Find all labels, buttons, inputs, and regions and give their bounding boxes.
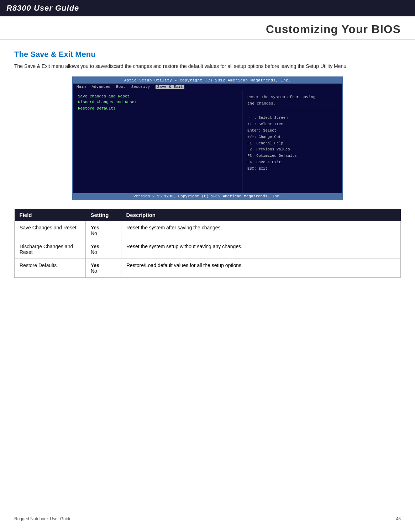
- page-footer: Rugged Notebook User Guide 48: [14, 516, 401, 521]
- bios-menu-advanced[interactable]: Advanced: [91, 85, 110, 89]
- key-enter: Enter: Select: [247, 128, 337, 134]
- footer-right: 48: [396, 516, 401, 521]
- table-cell-setting: YesNo: [86, 240, 121, 259]
- table-cell-field: Save Changes and Reset: [15, 221, 86, 240]
- key-select-item: ↑↓ : Select Item: [247, 121, 337, 128]
- bios-item-restore[interactable]: Restore Defaults: [78, 106, 237, 111]
- key-f3: F3: Optimized Defaults: [247, 153, 337, 159]
- table-cell-setting: YesNo: [86, 221, 121, 240]
- table-row: Discharge Changes and ResetYesNoReset th…: [15, 240, 401, 259]
- bios-keys: →← : Select Screen ↑↓ : Select Item Ente…: [247, 115, 337, 172]
- col-header-field: Field: [15, 209, 86, 221]
- table-cell-description: Reset the system after saving the change…: [121, 221, 401, 240]
- settings-table: Field Setting Description Save Changes a…: [14, 209, 401, 278]
- table-cell-field: Restore Defaults: [15, 259, 86, 278]
- header-title: R8300 User Guide: [6, 4, 79, 12]
- key-f2: F2: Previous Values: [247, 147, 337, 153]
- setting-yes: Yes: [91, 262, 116, 268]
- setting-yes: Yes: [91, 244, 116, 249]
- key-esc: ESC: Exit: [247, 166, 337, 172]
- setting-no: No: [91, 268, 116, 274]
- table-header-row: Field Setting Description: [15, 209, 401, 221]
- setting-no: No: [91, 249, 116, 255]
- col-header-setting: Setting: [86, 209, 121, 221]
- bios-item-save-reset[interactable]: Save Changes and Reset: [78, 94, 237, 99]
- bios-menu-security[interactable]: Security: [131, 85, 150, 89]
- bios-footer: Version 2.15.1236, Copyright (C) 2012 Am…: [73, 193, 342, 200]
- col-header-description: Description: [121, 209, 401, 221]
- header-bar: R8300 User Guide: [0, 0, 415, 16]
- bios-screen: Aptio Setup Utility - Copyright (C) 2012…: [72, 76, 343, 200]
- bios-item-discard-reset[interactable]: Discard Changes and Reset: [78, 100, 237, 104]
- bios-left-panel: Save Changes and Reset Discard Changes a…: [73, 90, 242, 193]
- table-cell-description: Restore/Load default values for all the …: [121, 259, 401, 278]
- setting-no: No: [91, 230, 116, 236]
- bios-menu-save-exit[interactable]: Save & Exit: [156, 85, 184, 89]
- setting-yes: Yes: [91, 225, 116, 230]
- bios-title-bar: Aptio Setup Utility - Copyright (C) 2012…: [73, 77, 342, 84]
- footer-left: Rugged Notebook User Guide: [14, 516, 72, 521]
- table-row: Save Changes and ResetYesNoReset the sys…: [15, 221, 401, 240]
- table-cell-description: Reset the system setup without saving an…: [121, 240, 401, 259]
- key-f1: F1: General Help: [247, 140, 337, 147]
- bios-body: Save Changes and Reset Discard Changes a…: [73, 90, 342, 193]
- page-title: Customizing Your BIOS: [14, 23, 401, 36]
- key-change: +/−: Change Opt.: [247, 134, 337, 140]
- key-f4: F4: Save & Exit: [247, 159, 337, 166]
- table-row: Restore DefaultsYesNoRestore/Load defaul…: [15, 259, 401, 278]
- section-description: The Save & Exit menu allows you to save/…: [14, 63, 401, 70]
- table-cell-setting: YesNo: [86, 259, 121, 278]
- section-title: The Save & Exit Menu: [14, 50, 401, 59]
- bios-menu-bar: Main Advanced Boot Security Save & Exit: [73, 84, 342, 90]
- bios-menu-main[interactable]: Main: [77, 85, 86, 89]
- page-title-area: Customizing Your BIOS: [0, 16, 415, 40]
- bios-right-panel: Reset the system after savingthe changes…: [242, 90, 342, 193]
- main-section: The Save & Exit Menu The Save & Exit men…: [0, 40, 415, 285]
- bios-item-description: Reset the system after savingthe changes…: [247, 94, 337, 107]
- table-cell-field: Discharge Changes and Reset: [15, 240, 86, 259]
- key-select-screen: →← : Select Screen: [247, 115, 337, 121]
- bios-menu-boot[interactable]: Boot: [116, 85, 125, 89]
